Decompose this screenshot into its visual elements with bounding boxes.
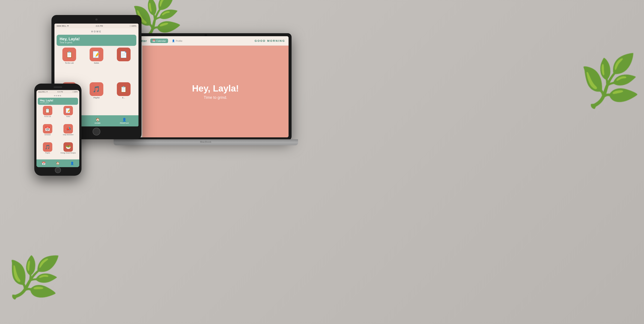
iphone-recipes-icon: 🥗 <box>64 142 73 152</box>
ipad-e-label: E... <box>122 97 125 99</box>
iphone-battery: □ 100% <box>72 91 78 93</box>
iphone-tab-profile[interactable]: 👤 <box>70 162 74 165</box>
ipad-app-extra[interactable]: 📄 <box>111 47 136 81</box>
ipad-e-icon: 📋 <box>117 82 130 96</box>
ipad-app-todo[interactable]: 📋 To-Do List <box>56 47 82 81</box>
iphone-time: 4:21 PM <box>57 91 63 93</box>
iphone-hero-banner: Hey, Layla! Time to grind. <box>38 98 78 105</box>
macbook-base <box>114 139 298 145</box>
ipad-app-e[interactable]: 📋 E... <box>111 82 136 115</box>
ipad-playlist-label: Playlist <box>94 97 100 99</box>
iphone-tab-bar: 📅 🏠 👤 <box>36 159 79 167</box>
iphone-app-motivation[interactable]: 📣 Daily Motivation <box>58 124 78 141</box>
iphone-app-schedule[interactable]: 📅 Schedule <box>38 124 58 141</box>
iphone-title: HOME <box>36 93 79 98</box>
iphone-hero-sub: Time to grind. <box>40 102 76 103</box>
iphone-hero-title: Hey, Layla! <box>40 99 76 102</box>
mac-welcome-title: Hey, Layla! <box>192 83 239 94</box>
iphone-device: ●●●● BELL ▼ 4:21 PM □ 100% HOME Hey, Lay… <box>34 84 82 176</box>
ipad-playlist-icon: 🎵 <box>90 82 103 96</box>
ipad-camera <box>96 18 98 20</box>
mac-app-body: 📋 To-Do List 📝 Notes 📅 Schedule 📣 Daily … <box>123 46 288 137</box>
ipad-home-icon: 🏠 <box>96 118 100 122</box>
ipad-app-playlist[interactable]: 🎵 Playlist <box>84 82 109 115</box>
iphone-speaker <box>54 87 62 88</box>
ipad-todo-icon: 📋 <box>62 47 76 61</box>
iphone-app-notes[interactable]: 📝 Notes <box>58 106 78 123</box>
iphone-bezel: ●●●● BELL ▼ 4:21 PM □ 100% HOME Hey, Lay… <box>34 84 82 176</box>
iphone-app-recipes[interactable]: 🥗 Energy Snack Recipes <box>58 142 78 159</box>
ipad-app-notes[interactable]: 📝 Notes <box>84 47 109 81</box>
nav-profile-btn[interactable]: 👤 Profile <box>170 38 184 43</box>
nav-calendar-btn[interactable]: 📅 Calendar <box>150 38 168 43</box>
iphone-tab-home[interactable]: 🏠 <box>56 162 60 165</box>
ipad-hero-sub: Time to grind. <box>60 41 133 44</box>
nav-profile-label: Profile <box>176 40 182 42</box>
ipad-hero-title: Hey, Layla! <box>60 37 133 41</box>
plant-decoration-left: 🌿 <box>4 250 62 305</box>
iphone-todo-icon: 📋 <box>43 106 52 115</box>
calendar-icon: 📅 <box>152 39 156 42</box>
iphone-app-todo[interactable]: 📋 To-Do List <box>38 106 58 123</box>
ipad-tab-home[interactable]: 🏠 HOME <box>95 118 101 124</box>
mac-greeting-text: GOOD MORNING <box>255 39 285 42</box>
ipad-todo-label: To-Do List <box>65 62 74 64</box>
profile-icon: 👤 <box>172 39 175 42</box>
ipad-title-text: HOME <box>91 30 102 33</box>
mac-main-content: Hey, Layla! Time to grind. <box>142 46 288 137</box>
iphone-todo-label: To-Do List <box>44 116 51 117</box>
iphone-status-bar: ●●●● BELL ▼ 4:21 PM □ 100% <box>36 90 79 93</box>
ipad-title: HOME <box>54 28 138 35</box>
iphone-notes-label: Notes <box>66 116 70 117</box>
macbook-device: 💡 GoGetter 📅 Calendar 👤 Profile GOOD <box>120 33 296 153</box>
ipad-home-button[interactable] <box>92 128 100 135</box>
iphone-schedule-label: Schedule <box>44 134 50 135</box>
macbook-bezel: 💡 GoGetter 📅 Calendar 👤 Profile GOOD <box>120 33 292 140</box>
macbook-screen: 💡 GoGetter 📅 Calendar 👤 Profile GOOD <box>123 36 288 137</box>
mac-navigation: 📅 Calendar 👤 Profile <box>150 38 184 43</box>
iphone-playlist-icon: 🎵 <box>43 142 52 152</box>
ipad-profile-icon: 👤 <box>122 118 126 122</box>
iphone-motivation-icon: 📣 <box>64 124 73 133</box>
ipad-extra-icon: 📄 <box>117 47 130 61</box>
ipad-time: 4:21 PM <box>96 25 103 27</box>
iphone-notes-icon: 📝 <box>64 106 73 115</box>
iphone-recipes-label: Energy Snack Recipes <box>61 152 76 154</box>
ipad-status-bar: ●●●● BELL ▼ 4:21 PM □ 100% <box>54 23 138 28</box>
iphone-app-playlist[interactable]: 🎵 Playlist <box>38 142 58 159</box>
iphone-app-grid: 📋 To-Do List 📝 Notes 📅 Schedule 📣 Daily … <box>36 106 79 159</box>
iphone-home-button[interactable] <box>55 167 61 173</box>
iphone-schedule-icon: 📅 <box>43 124 52 133</box>
iphone-motivation-label: Daily Motivation <box>63 134 74 135</box>
ipad-notes-icon: 📝 <box>90 47 103 61</box>
ipad-notes-label: Notes <box>94 62 99 64</box>
ipad-profile-label: PROFILE <box>120 122 129 124</box>
iphone-tab-calendar[interactable]: 📅 <box>42 162 46 165</box>
iphone-screen: ●●●● BELL ▼ 4:21 PM □ 100% HOME Hey, Lay… <box>36 90 79 167</box>
iphone-carrier: ●●●● BELL ▼ <box>38 91 48 93</box>
ipad-battery: □ 100% <box>130 25 136 27</box>
nav-calendar-label: Calendar <box>156 40 166 42</box>
macbook-camera <box>204 34 207 36</box>
ipad-carrier: ●●●● BELL ▼ <box>56 25 69 27</box>
ipad-hero-banner: Hey, Layla! Time to grind. <box>56 35 136 46</box>
mac-app-header: 💡 GoGetter 📅 Calendar 👤 Profile GOOD <box>123 36 288 46</box>
plant-decoration-right: 🌿 <box>578 51 642 111</box>
iphone-playlist-label: Playlist <box>45 152 50 154</box>
ipad-tab-profile[interactable]: 👤 PROFILE <box>120 118 129 124</box>
iphone-title-text: HOME <box>54 95 62 97</box>
ipad-home-label: HOME <box>95 122 101 124</box>
mac-welcome-sub: Time to grind. <box>204 95 227 100</box>
